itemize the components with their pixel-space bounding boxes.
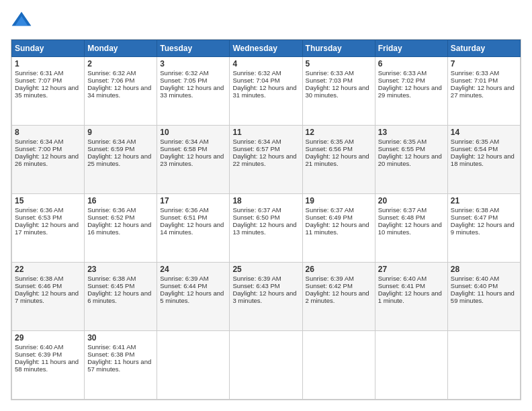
day-number: 29 [15,333,81,342]
sunrise-label: Sunrise: 6:39 AM [232,275,281,282]
daylight-label: Daylight: 12 hours and 27 minutes. [451,84,515,99]
calendar-cell: 25Sunrise: 6:39 AMSunset: 6:43 PMDayligh… [230,263,302,331]
sunset-label: Sunset: 7:01 PM [451,77,498,84]
sunset-label: Sunset: 6:39 PM [15,351,62,358]
day-number: 11 [232,128,299,137]
sunrise-label: Sunrise: 6:34 AM [15,138,63,145]
daylight-label: Daylight: 12 hours and 30 minutes. [306,84,369,99]
daylight-label: Daylight: 12 hours and 9 minutes. [451,221,515,236]
page: SundayMondayTuesdayWednesdayThursdayFrid… [0,0,532,411]
daylight-label: Daylight: 12 hours and 5 minutes. [160,289,224,304]
calendar-cell: 30Sunrise: 6:41 AMSunset: 6:38 PMDayligh… [85,331,157,400]
calendar-cell: 28Sunrise: 6:40 AMSunset: 6:40 PMDayligh… [447,263,520,331]
daylight-label: Daylight: 12 hours and 22 minutes. [232,152,296,167]
calendar-week-row: 15Sunrise: 6:36 AMSunset: 6:53 PMDayligh… [12,194,521,263]
calendar-cell: 16Sunrise: 6:36 AMSunset: 6:52 PMDayligh… [85,194,157,263]
calendar-cell: 24Sunrise: 6:39 AMSunset: 6:44 PMDayligh… [157,263,230,331]
day-number: 4 [232,59,299,68]
sunrise-label: Sunrise: 6:41 AM [87,343,136,351]
calendar-week-row: 1Sunrise: 6:31 AMSunset: 7:07 PMDaylight… [12,57,521,126]
sunset-label: Sunset: 7:05 PM [160,77,207,84]
day-header-saturday: Saturday [447,40,520,57]
calendar-cell: 9Sunrise: 6:34 AMSunset: 6:59 PMDaylight… [85,126,157,194]
sunset-label: Sunset: 6:54 PM [451,145,498,152]
sunset-label: Sunset: 6:58 PM [160,145,207,152]
day-number: 9 [87,128,154,137]
calendar-cell: 5Sunrise: 6:33 AMSunset: 7:03 PMDaylight… [302,57,375,126]
daylight-label: Daylight: 12 hours and 14 minutes. [160,221,224,236]
daylight-label: Daylight: 12 hours and 23 minutes. [160,152,224,167]
daylight-label: Daylight: 12 hours and 1 minute. [378,289,442,304]
day-number: 7 [451,59,517,68]
day-number: 1 [15,59,81,68]
daylight-label: Daylight: 11 hours and 57 minutes. [87,358,151,373]
sunset-label: Sunset: 6:59 PM [87,145,134,152]
day-number: 28 [451,265,517,274]
sunset-label: Sunset: 7:03 PM [306,77,353,84]
calendar-cell: 11Sunrise: 6:34 AMSunset: 6:57 PMDayligh… [230,126,302,194]
daylight-label: Daylight: 12 hours and 34 minutes. [87,84,151,99]
calendar-cell: 20Sunrise: 6:37 AMSunset: 6:48 PMDayligh… [375,194,447,263]
sunset-label: Sunset: 6:38 PM [87,351,134,358]
calendar-cell: 29Sunrise: 6:40 AMSunset: 6:39 PMDayligh… [12,331,85,400]
sunset-label: Sunset: 6:45 PM [87,282,134,289]
calendar-cell: 19Sunrise: 6:37 AMSunset: 6:49 PMDayligh… [302,194,375,263]
calendar-cell: 21Sunrise: 6:38 AMSunset: 6:47 PMDayligh… [447,194,520,263]
daylight-label: Daylight: 12 hours and 11 minutes. [306,221,369,236]
day-number: 21 [451,196,517,205]
day-number: 2 [87,59,154,68]
calendar-cell: 10Sunrise: 6:34 AMSunset: 6:58 PMDayligh… [157,126,230,194]
day-number: 16 [87,196,154,205]
sunset-label: Sunset: 6:47 PM [451,214,498,221]
sunrise-label: Sunrise: 6:33 AM [378,69,427,77]
sunrise-label: Sunrise: 6:36 AM [87,206,136,214]
sunrise-label: Sunrise: 6:37 AM [232,206,281,214]
calendar-week-row: 22Sunrise: 6:38 AMSunset: 6:46 PMDayligh… [12,263,521,331]
sunrise-label: Sunrise: 6:38 AM [15,275,63,282]
day-header-wednesday: Wednesday [230,40,302,57]
day-number: 8 [15,128,81,137]
calendar-cell: 8Sunrise: 6:34 AMSunset: 7:00 PMDaylight… [12,126,85,194]
day-number: 19 [306,196,372,205]
sunset-label: Sunset: 6:53 PM [15,214,62,221]
sunset-label: Sunset: 6:41 PM [378,282,425,289]
day-number: 6 [378,59,445,68]
sunrise-label: Sunrise: 6:33 AM [451,69,499,77]
sunset-label: Sunset: 6:55 PM [378,145,425,152]
header [11,11,521,32]
sunset-label: Sunset: 6:48 PM [378,214,425,221]
logo [11,11,35,32]
sunset-label: Sunset: 6:46 PM [15,282,62,289]
sunrise-label: Sunrise: 6:39 AM [160,275,208,282]
day-number: 27 [378,265,445,274]
calendar-cell: 23Sunrise: 6:38 AMSunset: 6:45 PMDayligh… [85,263,157,331]
daylight-label: Daylight: 12 hours and 26 minutes. [15,152,79,167]
sunrise-label: Sunrise: 6:39 AM [306,275,354,282]
day-number: 3 [160,59,226,68]
daylight-label: Daylight: 12 hours and 25 minutes. [87,152,151,167]
sunrise-label: Sunrise: 6:33 AM [306,69,354,77]
day-number: 30 [87,333,154,342]
sunset-label: Sunset: 7:02 PM [378,77,425,84]
daylight-label: Daylight: 12 hours and 29 minutes. [378,84,442,99]
day-header-sunday: Sunday [12,40,85,57]
sunrise-label: Sunrise: 6:38 AM [451,206,499,214]
daylight-label: Daylight: 12 hours and 20 minutes. [378,152,442,167]
sunrise-label: Sunrise: 6:40 AM [15,343,63,351]
calendar-cell: 4Sunrise: 6:32 AMSunset: 7:04 PMDaylight… [230,57,302,126]
day-number: 24 [160,265,226,274]
sunrise-label: Sunrise: 6:35 AM [306,138,354,145]
calendar-cell: 14Sunrise: 6:35 AMSunset: 6:54 PMDayligh… [447,126,520,194]
sunrise-label: Sunrise: 6:35 AM [451,138,499,145]
day-number: 23 [87,265,154,274]
calendar-cell [302,331,375,400]
sunset-label: Sunset: 6:57 PM [232,145,279,152]
day-number: 20 [378,196,445,205]
sunset-label: Sunset: 7:06 PM [87,77,134,84]
sunrise-label: Sunrise: 6:37 AM [306,206,354,214]
sunset-label: Sunset: 6:43 PM [232,282,279,289]
day-number: 22 [15,265,81,274]
day-number: 12 [306,128,372,137]
calendar-cell [375,331,447,400]
sunrise-label: Sunrise: 6:37 AM [378,206,427,214]
